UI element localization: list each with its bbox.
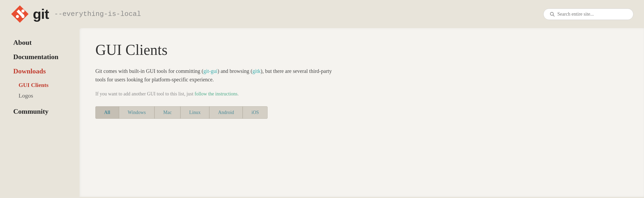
filter-tab-all[interactable]: All bbox=[95, 106, 119, 119]
search-icon bbox=[549, 11, 555, 17]
search-area bbox=[543, 8, 633, 20]
main-layout: About Documentation Downloads GUI Client… bbox=[0, 28, 644, 197]
svg-point-1 bbox=[16, 15, 19, 18]
header: git --everything-is-local bbox=[0, 0, 644, 28]
page-description: Git comes with built-in GUI tools for co… bbox=[95, 67, 334, 84]
sidebar-item-logos[interactable]: Logos bbox=[19, 92, 72, 99]
logo-area: git --everything-is-local bbox=[11, 5, 141, 23]
git-wordmark: git bbox=[33, 6, 49, 22]
search-box[interactable] bbox=[543, 8, 633, 20]
add-tool-text: If you want to add another GUI tool to t… bbox=[95, 91, 628, 97]
git-logo-icon bbox=[11, 5, 29, 23]
filter-tab-ios[interactable]: iOS bbox=[243, 106, 268, 119]
desc-part2: ) and browsing ( bbox=[217, 68, 252, 74]
filter-tab-mac[interactable]: Mac bbox=[154, 106, 180, 119]
svg-line-5 bbox=[553, 15, 554, 16]
svg-point-2 bbox=[21, 10, 25, 13]
desc-part1: Git comes with built-in GUI tools for co… bbox=[95, 68, 203, 74]
sidebar-item-documentation[interactable]: Documentation bbox=[13, 53, 72, 61]
page-title: GUI Clients bbox=[95, 41, 628, 58]
filter-tab-linux[interactable]: Linux bbox=[180, 106, 209, 119]
content-area: GUI Clients Git comes with built-in GUI … bbox=[79, 28, 644, 197]
filter-tab-windows[interactable]: Windows bbox=[119, 106, 154, 119]
gitk-link[interactable]: gitk bbox=[252, 68, 261, 74]
sidebar-item-downloads[interactable]: Downloads bbox=[13, 67, 72, 75]
filter-tabs: All Windows Mac Linux Android iOS bbox=[95, 106, 628, 119]
filter-tab-android[interactable]: Android bbox=[209, 106, 243, 119]
git-gui-link[interactable]: git-gui bbox=[203, 68, 217, 74]
search-input[interactable] bbox=[557, 11, 627, 17]
add-tool-prefix: If you want to add another GUI tool to t… bbox=[95, 91, 194, 96]
sidebar-item-community[interactable]: Community bbox=[13, 108, 72, 116]
follow-instructions-link[interactable]: follow the instructions bbox=[194, 91, 237, 96]
svg-point-3 bbox=[21, 15, 25, 18]
sidebar: About Documentation Downloads GUI Client… bbox=[0, 28, 79, 197]
sidebar-item-about[interactable]: About bbox=[13, 39, 72, 47]
add-tool-suffix: . bbox=[237, 91, 239, 96]
sidebar-item-gui-clients[interactable]: GUI Clients bbox=[19, 82, 72, 89]
git-tagline: --everything-is-local bbox=[54, 10, 141, 18]
